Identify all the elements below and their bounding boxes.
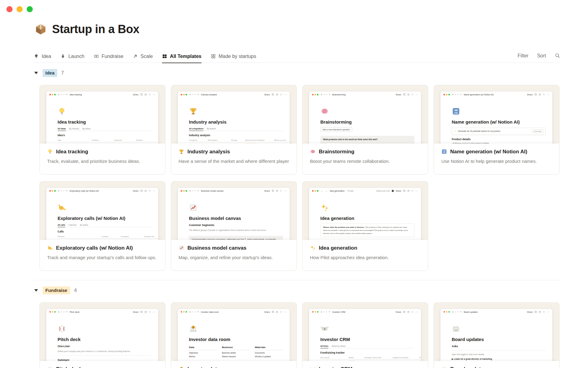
hamburger-icon: ≡	[190, 190, 191, 192]
star-icon: ☆	[543, 93, 545, 96]
preview-titlebar: ≡‹›+Exploratory calls (w/ Notion AI)Shar…	[46, 188, 158, 194]
zoom-button[interactable]	[27, 6, 33, 12]
baseball-icon	[58, 324, 152, 333]
minimize-button[interactable]	[17, 6, 23, 12]
section-toggle[interactable]	[34, 289, 39, 292]
filter-button[interactable]: Filter	[518, 53, 529, 59]
preview-heading: Industry analysis	[189, 134, 283, 137]
trophy-icon	[179, 149, 184, 155]
template-card-investor-data-room[interactable]: ≡‹›+Investor data roomShare⊡◷☆⋯$Investor…	[171, 302, 297, 368]
tab-all-templates[interactable]: All Templates	[162, 54, 202, 63]
card-title: Pitch deck	[56, 366, 82, 368]
chevron-right-icon: ›	[326, 311, 327, 313]
chevron-left-icon: ‹	[61, 311, 62, 313]
preview-view-tabs: All ideasBy industryBy status	[58, 128, 152, 131]
preview-view-tab: By status	[80, 224, 88, 227]
plus-icon: +	[197, 311, 199, 313]
comments-icon: ⊡	[140, 311, 142, 313]
preview-page-title: Name generation (w/ Notion AI)	[464, 94, 494, 96]
column-header: Most common features	[245, 138, 274, 142]
template-preview: ≡‹›+Board updatesShare⊡◷☆⋯Board updatesA…	[440, 309, 552, 368]
updates-icon: ◷	[407, 190, 409, 192]
more-icon: ⋯	[416, 93, 418, 96]
plus-icon: +	[66, 311, 67, 313]
svg-text:CD: CD	[443, 152, 446, 154]
section-fundraise: Fundraise4≡‹›+Pitch deckShare⊡◷☆⋯Pitch d…	[34, 286, 560, 368]
updates-icon: ◷	[538, 93, 541, 96]
preview-title: Business model canvas	[189, 216, 283, 221]
preview-titlebar-actions: Share⊡◷☆⋯	[264, 93, 287, 96]
tab-idea[interactable]: Idea	[34, 54, 51, 63]
bank-icon: $	[179, 366, 184, 368]
more-icon: ⋯	[153, 93, 156, 96]
template-card-business-model-canvas[interactable]: ≡‹›+Business model canvasShare⊡◷☆⋯Busine…	[171, 181, 297, 271]
rocket-icon	[60, 54, 66, 59]
privacy-label: Private	[347, 190, 353, 192]
template-card-idea-tracking[interactable]: ≡‹›+Idea trackingShare⊡◷☆⋯Idea trackingA…	[40, 85, 165, 174]
section-header: Idea7	[34, 69, 560, 77]
card-title: Exploratory calls (w/ Notion AI)	[56, 245, 133, 251]
template-card-pitch-deck[interactable]: ≡‹›+Pitch deckShare⊡◷☆⋯Pitch deckOne-Lin…	[40, 302, 165, 368]
package-icon	[34, 22, 48, 36]
chevron-right-icon: ›	[63, 93, 64, 96]
column-item: Documents	[255, 352, 283, 354]
comments-icon: ⊡	[140, 93, 142, 96]
card-description: Use Notion AI to help generate product n…	[441, 159, 552, 164]
tab-made-by-startups[interactable]: Made by startups	[211, 54, 256, 63]
template-card-board-updates[interactable]: ≡‹›+Board updatesShare⊡◷☆⋯Board updatesA…	[434, 302, 560, 368]
traffic-lights-mini	[312, 190, 318, 192]
preview-view-tab: All firms	[320, 345, 328, 348]
page-header: Startup in a Box	[34, 22, 560, 36]
search-icon[interactable]	[555, 53, 560, 59]
chevron-left-icon: ‹	[192, 93, 193, 96]
updates-icon: ◷	[144, 93, 146, 96]
preview-titlebar-actions: Share⊡◷☆⋯	[133, 93, 155, 96]
template-card-industry-analysis[interactable]: ≡‹›+Industry analysisShare⊡◷☆⋯Industry a…	[171, 85, 297, 174]
svg-text:AB: AB	[443, 150, 446, 152]
chevron-right-icon: ›	[458, 311, 458, 313]
more-icon: ⋯	[284, 311, 287, 313]
tab-launch[interactable]: Launch	[60, 54, 85, 63]
preview-title: Pitch deck	[58, 337, 152, 342]
card-title: Brainstorming	[319, 149, 354, 155]
template-card-investor-crm[interactable]: ≡‹›+Investor CRMShare⊡◷☆⋯$Investor CRMAl…	[302, 302, 428, 368]
card-title-row: Exploratory calls (w/ Notion AI)	[47, 245, 158, 251]
more-icon: ⋯	[547, 93, 550, 96]
section-toggle[interactable]	[34, 72, 39, 74]
preview-column: BusinessBusiness detailsMarket research	[222, 346, 250, 358]
chevron-right-icon: ›	[195, 93, 196, 96]
preview-view-tabs: All callsCalendarBy status	[58, 224, 152, 227]
template-card-exploratory-calls-w-notion-ai[interactable]: ≡‹›+Exploratory calls (w/ Notion AI)Shar…	[40, 181, 165, 271]
star-icon: ☆	[411, 190, 414, 192]
preview-content: Pitch deckOne-LinerDefine your company a…	[46, 324, 158, 362]
hamburger-icon: ≡	[58, 93, 60, 96]
comments-icon: ⊡	[534, 311, 537, 313]
close-button[interactable]	[6, 6, 13, 12]
card-footer: Business model canvasMap, organize, and …	[171, 240, 296, 270]
sparkles-icon	[320, 203, 414, 212]
preview-titlebar: ≡‹›+Industry analysisShare⊡◷☆⋯	[178, 91, 290, 98]
preview-content: ABCDName generation (w/ Notion AI)Genera…	[440, 107, 552, 144]
share-label: Share	[264, 311, 270, 313]
plus-icon: +	[197, 190, 199, 192]
more-icon: ⋯	[547, 311, 550, 313]
table-header: IdeaProblemCustomerSolution	[58, 138, 158, 142]
grid-filled-icon	[162, 54, 167, 59]
comments-icon: ⊡	[534, 93, 537, 96]
preview-titlebar: ≡‹›+Business model canvasShare⊡◷☆⋯	[178, 188, 290, 194]
template-card-brainstorming[interactable]: ≡‹›+BrainstormingShare⊡◷☆⋯BrainstormingA…	[302, 85, 428, 174]
more-icon: ⋯	[153, 190, 156, 192]
template-card-idea-generation[interactable]: ←→Idea generationPrivateEdited just nowS…	[302, 181, 428, 271]
page-title: Startup in a Box	[52, 23, 139, 36]
trophy-icon	[189, 107, 283, 116]
card-title-row: Pitch deck	[47, 366, 158, 368]
template-card-name-generation-w-notion-ai[interactable]: ≡‹›+Name generation (w/ Notion AI)Share⊡…	[434, 85, 560, 174]
preview-content: Board updatesAsksOpen the toggle to view…	[440, 324, 552, 361]
lightbulb-mono-icon	[34, 54, 39, 59]
sort-button[interactable]: Sort	[537, 53, 546, 59]
hamburger-icon: ≡	[190, 93, 191, 96]
template-sections: Idea7≡‹›+Idea trackingShare⊡◷☆⋯Idea trac…	[34, 69, 560, 368]
star-icon: ☆	[411, 93, 414, 96]
tab-scale[interactable]: Scale	[133, 54, 153, 63]
tab-fundraise[interactable]: Fundraise	[94, 54, 123, 63]
